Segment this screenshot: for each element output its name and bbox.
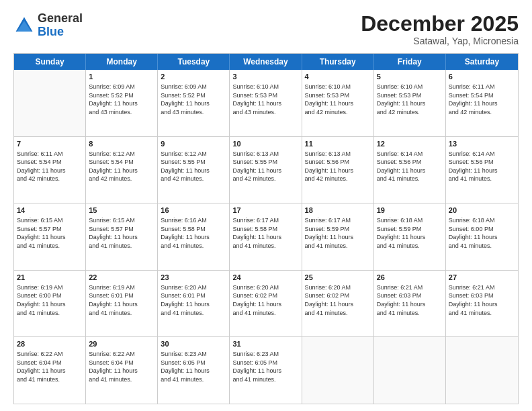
month-title: December 2025 bbox=[361, 12, 519, 36]
day-info: Sunrise: 6:15 AM Sunset: 5:57 PM Dayligh… bbox=[89, 216, 154, 250]
day-number: 25 bbox=[305, 273, 371, 283]
day-info: Sunrise: 6:16 AM Sunset: 5:58 PM Dayligh… bbox=[161, 216, 226, 250]
title-block: December 2025 Satawal, Yap, Micronesia bbox=[361, 12, 519, 46]
day-number: 30 bbox=[161, 339, 226, 349]
calendar-cell: 22Sunrise: 6:19 AM Sunset: 6:01 PM Dayli… bbox=[86, 271, 158, 337]
calendar-row-1: 7Sunrise: 6:11 AM Sunset: 5:54 PM Daylig… bbox=[14, 136, 518, 203]
day-number: 24 bbox=[232, 273, 298, 283]
day-info: Sunrise: 6:19 AM Sunset: 6:01 PM Dayligh… bbox=[89, 283, 154, 317]
calendar-cell: 7Sunrise: 6:11 AM Sunset: 5:54 PM Daylig… bbox=[14, 137, 86, 203]
header-day-sunday: Sunday bbox=[14, 54, 86, 70]
location: Satawal, Yap, Micronesia bbox=[361, 36, 519, 46]
logo: General Blue bbox=[13, 12, 83, 39]
calendar-cell: 26Sunrise: 6:21 AM Sunset: 6:03 PM Dayli… bbox=[374, 271, 446, 337]
logo-text: General Blue bbox=[38, 12, 83, 39]
day-number: 3 bbox=[232, 72, 298, 82]
calendar-cell: 4Sunrise: 6:10 AM Sunset: 5:53 PM Daylig… bbox=[302, 70, 374, 136]
day-info: Sunrise: 6:10 AM Sunset: 5:53 PM Dayligh… bbox=[232, 83, 298, 116]
calendar-cell: 17Sunrise: 6:17 AM Sunset: 5:58 PM Dayli… bbox=[230, 203, 302, 270]
day-info: Sunrise: 6:13 AM Sunset: 5:55 PM Dayligh… bbox=[232, 150, 298, 183]
calendar-cell: 13Sunrise: 6:14 AM Sunset: 5:56 PM Dayli… bbox=[446, 137, 518, 203]
calendar-header: SundayMondayTuesdayWednesdayThursdayFrid… bbox=[14, 54, 518, 70]
day-info: Sunrise: 6:20 AM Sunset: 6:02 PM Dayligh… bbox=[305, 283, 371, 317]
day-info: Sunrise: 6:21 AM Sunset: 6:03 PM Dayligh… bbox=[377, 283, 443, 317]
day-info: Sunrise: 6:12 AM Sunset: 5:54 PM Dayligh… bbox=[89, 150, 154, 183]
day-info: Sunrise: 6:14 AM Sunset: 5:56 PM Dayligh… bbox=[377, 150, 443, 183]
day-info: Sunrise: 6:23 AM Sunset: 6:05 PM Dayligh… bbox=[232, 350, 298, 383]
day-number: 7 bbox=[17, 139, 83, 149]
header-day-tuesday: Tuesday bbox=[158, 54, 230, 70]
day-info: Sunrise: 6:18 AM Sunset: 5:59 PM Dayligh… bbox=[377, 216, 443, 250]
calendar-cell: 1Sunrise: 6:09 AM Sunset: 5:52 PM Daylig… bbox=[86, 70, 158, 136]
day-info: Sunrise: 6:11 AM Sunset: 5:54 PM Dayligh… bbox=[17, 150, 83, 183]
calendar-cell: 8Sunrise: 6:12 AM Sunset: 5:54 PM Daylig… bbox=[86, 137, 158, 203]
calendar-row-2: 14Sunrise: 6:15 AM Sunset: 5:57 PM Dayli… bbox=[14, 203, 518, 270]
day-number: 27 bbox=[449, 273, 515, 283]
day-number: 20 bbox=[449, 205, 515, 216]
day-number: 31 bbox=[232, 339, 298, 349]
calendar-cell: 27Sunrise: 6:21 AM Sunset: 6:03 PM Dayli… bbox=[446, 271, 518, 337]
calendar-cell: 6Sunrise: 6:11 AM Sunset: 5:54 PM Daylig… bbox=[446, 70, 518, 136]
day-info: Sunrise: 6:10 AM Sunset: 5:53 PM Dayligh… bbox=[377, 83, 443, 116]
day-number: 11 bbox=[305, 139, 371, 149]
day-number: 28 bbox=[17, 339, 83, 349]
calendar-cell: 21Sunrise: 6:19 AM Sunset: 6:00 PM Dayli… bbox=[14, 271, 86, 337]
calendar-row-4: 28Sunrise: 6:22 AM Sunset: 6:04 PM Dayli… bbox=[14, 336, 518, 404]
day-info: Sunrise: 6:14 AM Sunset: 5:56 PM Dayligh… bbox=[449, 150, 515, 183]
header-day-wednesday: Wednesday bbox=[230, 54, 302, 70]
day-info: Sunrise: 6:09 AM Sunset: 5:52 PM Dayligh… bbox=[161, 83, 226, 116]
day-number: 15 bbox=[89, 205, 154, 216]
calendar-row-0: 1Sunrise: 6:09 AM Sunset: 5:52 PM Daylig… bbox=[14, 70, 518, 136]
header-day-thursday: Thursday bbox=[302, 54, 374, 70]
day-number: 13 bbox=[449, 139, 515, 149]
calendar-cell bbox=[374, 337, 446, 404]
day-number: 26 bbox=[377, 273, 443, 283]
day-info: Sunrise: 6:19 AM Sunset: 6:00 PM Dayligh… bbox=[17, 283, 83, 317]
day-info: Sunrise: 6:13 AM Sunset: 5:56 PM Dayligh… bbox=[305, 150, 371, 183]
calendar-cell: 19Sunrise: 6:18 AM Sunset: 5:59 PM Dayli… bbox=[374, 203, 446, 270]
calendar-cell: 16Sunrise: 6:16 AM Sunset: 5:58 PM Dayli… bbox=[158, 203, 230, 270]
day-number: 1 bbox=[89, 72, 154, 82]
day-number: 19 bbox=[377, 205, 443, 216]
calendar-cell: 30Sunrise: 6:23 AM Sunset: 6:05 PM Dayli… bbox=[158, 337, 230, 404]
calendar-cell bbox=[14, 70, 86, 136]
day-info: Sunrise: 6:22 AM Sunset: 6:04 PM Dayligh… bbox=[17, 350, 83, 383]
calendar-cell: 28Sunrise: 6:22 AM Sunset: 6:04 PM Dayli… bbox=[14, 337, 86, 404]
day-number: 10 bbox=[232, 139, 298, 149]
day-info: Sunrise: 6:12 AM Sunset: 5:55 PM Dayligh… bbox=[161, 150, 226, 183]
calendar-cell: 25Sunrise: 6:20 AM Sunset: 6:02 PM Dayli… bbox=[302, 271, 374, 337]
calendar-cell: 9Sunrise: 6:12 AM Sunset: 5:55 PM Daylig… bbox=[158, 137, 230, 203]
calendar-cell: 20Sunrise: 6:18 AM Sunset: 6:00 PM Dayli… bbox=[446, 203, 518, 270]
day-number: 2 bbox=[161, 72, 226, 82]
day-number: 17 bbox=[232, 205, 298, 216]
day-info: Sunrise: 6:21 AM Sunset: 6:03 PM Dayligh… bbox=[449, 283, 515, 317]
day-number: 14 bbox=[17, 205, 83, 216]
calendar-cell: 10Sunrise: 6:13 AM Sunset: 5:55 PM Dayli… bbox=[230, 137, 302, 203]
calendar-cell: 3Sunrise: 6:10 AM Sunset: 5:53 PM Daylig… bbox=[230, 70, 302, 136]
day-number: 29 bbox=[89, 339, 154, 349]
calendar-row-3: 21Sunrise: 6:19 AM Sunset: 6:00 PM Dayli… bbox=[14, 270, 518, 337]
day-info: Sunrise: 6:15 AM Sunset: 5:57 PM Dayligh… bbox=[17, 216, 83, 250]
calendar-cell: 24Sunrise: 6:20 AM Sunset: 6:02 PM Dayli… bbox=[230, 271, 302, 337]
day-info: Sunrise: 6:17 AM Sunset: 5:58 PM Dayligh… bbox=[232, 216, 298, 250]
header: General Blue December 2025 Satawal, Yap,… bbox=[13, 12, 519, 46]
calendar-cell: 18Sunrise: 6:17 AM Sunset: 5:59 PM Dayli… bbox=[302, 203, 374, 270]
day-info: Sunrise: 6:20 AM Sunset: 6:02 PM Dayligh… bbox=[232, 283, 298, 317]
calendar-cell: 2Sunrise: 6:09 AM Sunset: 5:52 PM Daylig… bbox=[158, 70, 230, 136]
day-number: 12 bbox=[377, 139, 443, 149]
calendar-cell bbox=[446, 337, 518, 404]
calendar-cell: 11Sunrise: 6:13 AM Sunset: 5:56 PM Dayli… bbox=[302, 137, 374, 203]
calendar-cell: 14Sunrise: 6:15 AM Sunset: 5:57 PM Dayli… bbox=[14, 203, 86, 270]
day-number: 6 bbox=[449, 72, 515, 82]
logo-general: General bbox=[38, 11, 83, 25]
logo-icon bbox=[13, 15, 35, 36]
day-info: Sunrise: 6:11 AM Sunset: 5:54 PM Dayligh… bbox=[449, 83, 515, 116]
day-number: 21 bbox=[17, 273, 83, 283]
day-number: 22 bbox=[89, 273, 154, 283]
header-day-friday: Friday bbox=[374, 54, 446, 70]
logo-blue: Blue bbox=[38, 25, 64, 38]
calendar-cell: 15Sunrise: 6:15 AM Sunset: 5:57 PM Dayli… bbox=[86, 203, 158, 270]
calendar-cell: 29Sunrise: 6:22 AM Sunset: 6:04 PM Dayli… bbox=[86, 337, 158, 404]
calendar: SundayMondayTuesdayWednesdayThursdayFrid… bbox=[13, 53, 519, 404]
calendar-cell: 5Sunrise: 6:10 AM Sunset: 5:53 PM Daylig… bbox=[374, 70, 446, 136]
